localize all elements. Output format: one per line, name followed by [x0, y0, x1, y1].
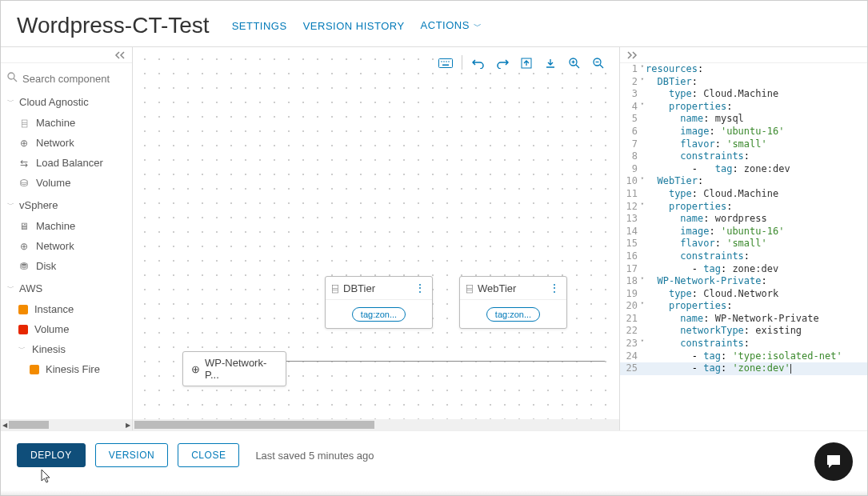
chat-icon [824, 452, 843, 471]
network-icon: ⊕ [18, 241, 30, 252]
code-line[interactable]: 7 flavor: 'small' [620, 138, 867, 151]
code-line[interactable]: 24 - tag: 'type:isolated-net' [620, 350, 867, 363]
chevron-down-icon: ﹀ [471, 22, 482, 30]
code-line[interactable]: 9 - tag: zone:dev [620, 163, 867, 176]
chevron-down-icon: ﹀ [7, 200, 14, 210]
network-connector [285, 361, 605, 362]
disk-icon: ⛃ [18, 261, 30, 272]
component-volume[interactable]: ⛁Volume [1, 173, 132, 193]
zoom-out-icon[interactable] [590, 55, 606, 71]
nav-version-history[interactable]: VERSION HISTORY [303, 20, 405, 32]
close-button[interactable]: CLOSE [178, 443, 239, 467]
redo-icon[interactable] [494, 55, 510, 71]
code-line[interactable]: 25 - tag: 'zone:dev' [620, 362, 867, 375]
footer: DEPLOY VERSION CLOSE Last saved 5 minute… [1, 430, 867, 479]
code-line[interactable]: 17 - tag: zone:dev [620, 263, 867, 276]
nav-settings[interactable]: SETTINGS [232, 20, 287, 32]
keyboard-icon[interactable] [438, 55, 454, 71]
network-icon: ⊕ [18, 138, 30, 149]
category-aws[interactable]: ﹀AWS [1, 276, 132, 299]
component-network[interactable]: ⊕Network [1, 133, 132, 153]
instance-icon [18, 305, 28, 314]
search-input[interactable] [22, 73, 126, 85]
canvas[interactable]: ⌸ DBTier ⋮ tag:zon... ⌸ WebTier ⋮ tag:zo… [133, 47, 619, 419]
code-editor[interactable]: 1▾resources:2▾ DBTier:3 type: Cloud.Mach… [620, 63, 867, 430]
svg-line-14 [600, 65, 603, 68]
upload-icon[interactable] [518, 55, 534, 71]
category-vsphere[interactable]: ﹀vSphere [1, 193, 132, 216]
code-line[interactable]: 11 type: Cloud.Machine [620, 188, 867, 201]
kinesis-fire-icon [30, 365, 39, 374]
component-machine[interactable]: ⌸Machine [1, 113, 132, 133]
code-line[interactable]: 18▾+ WP-Network-Private: [620, 275, 867, 288]
tag-pill: tag:zon... [486, 307, 540, 322]
code-panel: 1▾resources:2▾ DBTier:3 type: Cloud.Mach… [619, 47, 867, 430]
code-collapse-button[interactable] [620, 47, 867, 63]
svg-point-5 [446, 61, 447, 62]
node-label: WebTier [478, 282, 516, 294]
search-icon [7, 71, 18, 86]
machine-icon: ⌸ [466, 282, 473, 294]
node-webtier[interactable]: ⌸ WebTier ⋮ tag:zon... [459, 276, 567, 329]
nav-actions[interactable]: ACTIONS ﹀ [421, 19, 482, 32]
code-line[interactable]: 20▾ properties: [620, 300, 867, 313]
chevron-double-right-icon [626, 51, 638, 59]
version-button[interactable]: VERSION [95, 443, 169, 467]
last-saved-text: Last saved 5 minutes ago [255, 450, 374, 462]
chevron-down-icon: ﹀ [7, 97, 14, 107]
code-line[interactable]: 1▾resources: [620, 63, 867, 76]
node-menu-icon[interactable]: ⋮ [414, 282, 426, 294]
undo-icon[interactable] [470, 55, 486, 71]
canvas-toolbar [434, 54, 610, 73]
header: Wordpress-CT-Test SETTINGS VERSION HISTO… [1, 1, 867, 46]
node-dbtier[interactable]: ⌸ DBTier ⋮ tag:zon... [325, 276, 433, 329]
code-line[interactable]: 12▾ properties: [620, 201, 867, 214]
code-line[interactable]: 16 constraints: [620, 250, 867, 263]
svg-rect-2 [439, 59, 453, 68]
sidebar-collapse-button[interactable] [1, 47, 132, 63]
node-wp-network[interactable]: ⊕ WP-Network-P... [182, 351, 286, 386]
page-title: Wordpress-CT-Test [17, 13, 210, 38]
code-line[interactable]: 4▾ properties: [620, 101, 867, 114]
component-aws-kinesis-fire[interactable]: Kinesis Fire [1, 359, 132, 379]
component-aws-kinesis[interactable]: ﹀Kinesis [1, 339, 132, 359]
volume-icon: ⛁ [18, 178, 30, 189]
code-line[interactable]: 23▾ constraints: [620, 338, 867, 350]
code-line[interactable]: 6 image: 'ubuntu-16' [620, 126, 867, 138]
code-line[interactable]: 8 constraints: [620, 150, 867, 163]
node-menu-icon[interactable]: ⋮ [549, 282, 560, 294]
canvas-horizontal-scroll[interactable] [133, 419, 619, 430]
machine-icon: ⌸ [332, 282, 338, 294]
code-line[interactable]: 22 networkType: existing [620, 325, 867, 338]
node-label: DBTier [343, 282, 375, 294]
svg-point-6 [448, 61, 450, 62]
component-vs-machine[interactable]: 🖥Machine [1, 216, 132, 236]
component-aws-instance[interactable]: Instance [1, 299, 132, 319]
chat-bubble[interactable] [814, 442, 853, 481]
code-line[interactable]: 15 flavor: 'small' [620, 238, 867, 250]
deploy-button[interactable]: DEPLOY [17, 443, 86, 467]
code-line[interactable]: 3 type: Cloud.Machine [620, 88, 867, 101]
svg-point-4 [443, 61, 445, 62]
code-line[interactable]: 13 name: wordpress [620, 213, 867, 226]
code-line[interactable]: 5 name: mysql [620, 113, 867, 126]
component-vs-disk[interactable]: ⛃Disk [1, 256, 132, 276]
sidebar-horizontal-scroll[interactable]: ◀▶ [1, 419, 132, 430]
code-line[interactable]: 19 type: Cloud.Network [620, 288, 867, 301]
node-label: WP-Network-P... [205, 357, 278, 381]
svg-line-10 [576, 65, 579, 68]
zoom-in-icon[interactable] [566, 55, 582, 71]
download-icon[interactable] [542, 55, 558, 71]
code-line[interactable]: 21 name: WP-Network-Private [620, 313, 867, 326]
component-sidebar: ﹀Cloud Agnostic ⌸Machine ⊕Network ⇆Load … [1, 47, 133, 430]
component-aws-volume[interactable]: Volume [1, 319, 132, 339]
code-line[interactable]: 10▾ WebTier: [620, 175, 867, 188]
code-line[interactable]: 2▾ DBTier: [620, 76, 867, 89]
component-load-balancer[interactable]: ⇆Load Balancer [1, 153, 132, 173]
component-vs-network[interactable]: ⊕Network [1, 236, 132, 256]
chevron-down-icon: ﹀ [18, 344, 26, 354]
tag-pill: tag:zon... [352, 307, 406, 322]
machine-icon: 🖥 [18, 221, 30, 232]
code-line[interactable]: 14 image: 'ubuntu-16' [620, 226, 867, 238]
category-cloud-agnostic[interactable]: ﹀Cloud Agnostic [1, 90, 132, 113]
